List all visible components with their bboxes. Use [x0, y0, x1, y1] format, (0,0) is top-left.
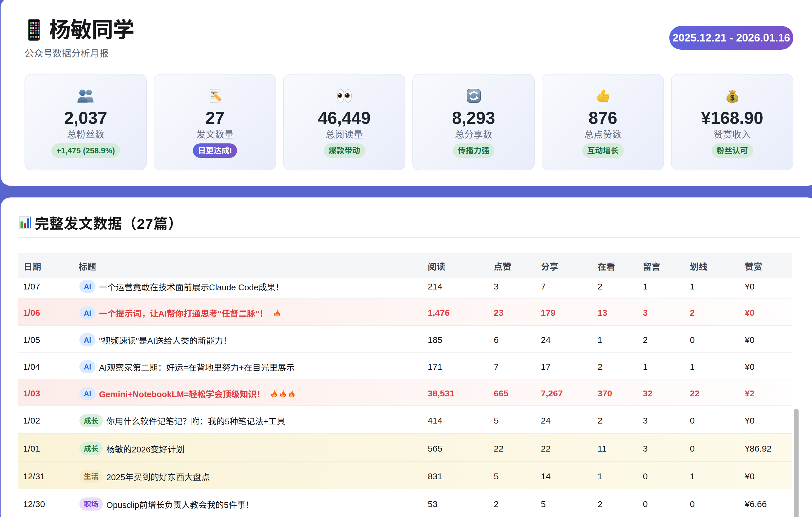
- svg-text:$: $: [730, 93, 734, 102]
